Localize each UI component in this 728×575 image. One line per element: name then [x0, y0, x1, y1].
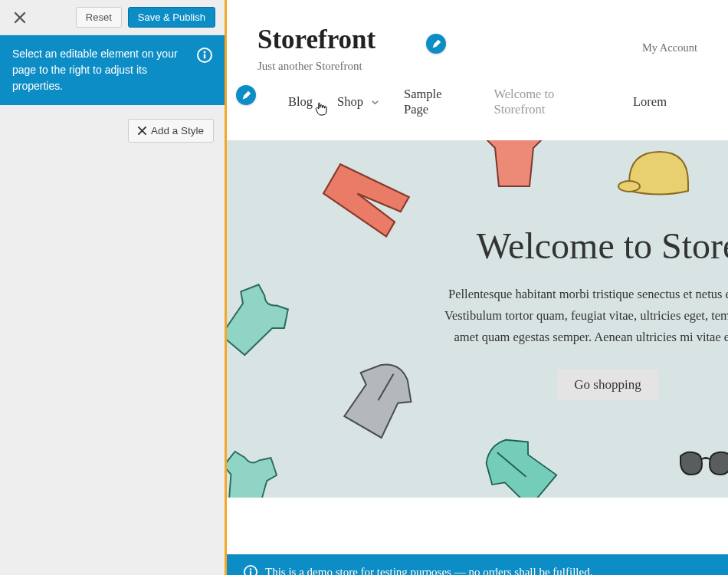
- nav-item-blog[interactable]: Blog: [288, 87, 313, 117]
- site-preview: Storefront Just another Storefront My Ac…: [227, 0, 728, 575]
- nav-item-sample-page[interactable]: Sample Page: [404, 87, 469, 117]
- cap-icon: [618, 140, 694, 209]
- add-style-label: Add a Style: [151, 125, 204, 136]
- hero-desc-line: Vestibulum tortor quam, feugiat vitae, u…: [334, 305, 728, 327]
- demo-banner-text: This is a demo store for testing purpose…: [265, 566, 592, 576]
- instruction-notice: Select an editable element on your page …: [0, 35, 225, 105]
- customizer-sidebar: Reset Save & Publish Select an editable …: [0, 0, 227, 575]
- shirt-icon: [227, 266, 307, 375]
- nav-label: Lorem: [633, 94, 667, 110]
- shirt-icon: [480, 140, 549, 194]
- save-publish-button[interactable]: Save & Publish: [128, 7, 215, 28]
- add-style-button[interactable]: Add a Style: [128, 119, 214, 143]
- hero-desc-line: amet quam egestas semper. Aenean ultrici…: [334, 327, 728, 348]
- sidebar-toolbar: Reset Save & Publish: [0, 0, 225, 35]
- primary-nav: Blog Shop Sample Page Welcome to Storefr…: [257, 73, 697, 133]
- info-icon: [244, 565, 257, 575]
- pencil-icon: [431, 39, 441, 49]
- site-title[interactable]: Storefront: [257, 25, 697, 55]
- close-icon: [14, 12, 26, 24]
- edit-nav-button[interactable]: [236, 85, 256, 105]
- spacer: [227, 498, 728, 554]
- hero-desc-line: Pellentesque habitant morbi tristique se…: [334, 284, 728, 305]
- my-account-link[interactable]: My Account: [642, 41, 697, 54]
- svg-point-1: [204, 51, 206, 54]
- hero-section: Welcome to Store Pellentesque habitant m…: [227, 140, 728, 498]
- close-small-icon: [138, 127, 146, 135]
- pencil-icon: [241, 90, 251, 100]
- site-header: Storefront Just another Storefront My Ac…: [227, 0, 728, 140]
- svg-rect-2: [204, 54, 205, 59]
- svg-rect-6: [250, 571, 251, 575]
- nav-label: Welcome to Storefront: [494, 87, 609, 117]
- hero-description: Pellentesque habitant morbi tristique se…: [334, 284, 728, 348]
- sunglasses-icon: [679, 447, 728, 485]
- cursor-pointer-icon: [315, 102, 327, 116]
- reset-button[interactable]: Reset: [76, 7, 122, 28]
- demo-store-banner: This is a demo store for testing purpose…: [227, 554, 728, 575]
- shirt-icon: [227, 441, 290, 498]
- nav-item-welcome[interactable]: Welcome to Storefront: [494, 87, 609, 117]
- nav-item-shop[interactable]: Shop: [337, 87, 379, 117]
- edit-header-button[interactable]: [426, 34, 446, 54]
- nav-item-lorem[interactable]: Lorem: [633, 87, 667, 117]
- svg-point-5: [250, 568, 252, 570]
- nav-label: Sample Page: [404, 87, 469, 117]
- site-tagline: Just another Storefront: [257, 60, 697, 73]
- sidebar-body: Add a Style: [0, 105, 225, 575]
- hero-content: Welcome to Store Pellentesque habitant m…: [334, 225, 728, 400]
- info-icon: [197, 48, 212, 63]
- chevron-down-icon: [371, 98, 379, 107]
- nav-label: Shop: [337, 94, 363, 110]
- nav-label: Blog: [288, 94, 313, 110]
- notice-text: Select an editable element on your page …: [12, 46, 189, 94]
- jacket-icon: [464, 416, 572, 498]
- hero-title: Welcome to Store: [334, 225, 728, 267]
- close-customizer-button[interactable]: [9, 7, 31, 28]
- svg-point-3: [618, 181, 640, 192]
- go-shopping-button[interactable]: Go shopping: [557, 370, 657, 400]
